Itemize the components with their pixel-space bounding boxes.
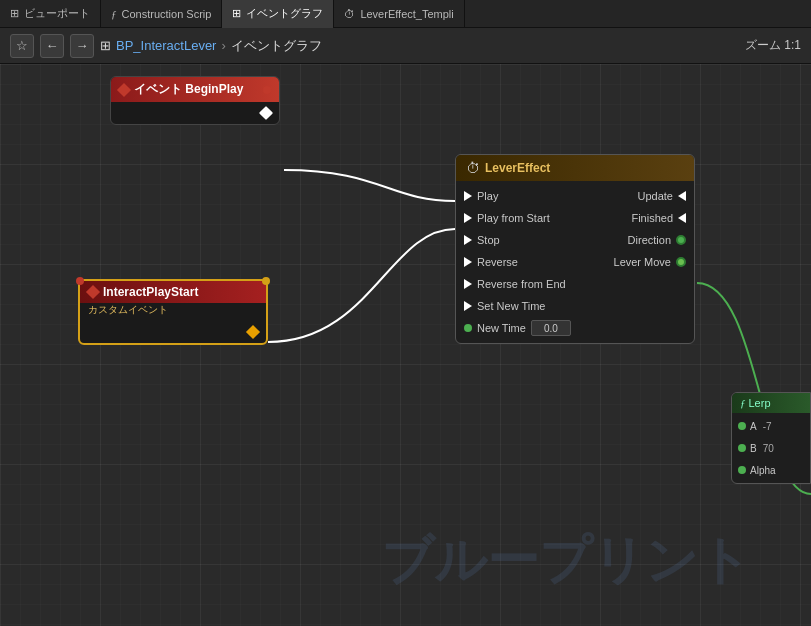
tab-eventgraph[interactable]: ⊞ イベントグラフ — [222, 0, 334, 28]
watermark: ブループリント — [381, 526, 751, 596]
title-bar: ⊞ ビューポート ƒ Construction Scrip ⊞ イベントグラフ … — [0, 0, 811, 28]
reverse-pin-left: Reverse — [464, 256, 518, 268]
interact-body — [80, 321, 266, 343]
newtime-pin — [464, 324, 472, 332]
output-pin-diamond — [246, 325, 260, 339]
row-newtime: New Time 0.0 — [456, 317, 694, 339]
lerp-b-pin — [738, 444, 746, 452]
reversefromend-arrow-in — [464, 279, 472, 289]
viewport-icon: ⊞ — [10, 7, 19, 20]
func-icon: ƒ — [740, 397, 746, 409]
blueprint-icon: ⊞ — [100, 38, 111, 53]
breadcrumb: ⊞ BP_InteractLever › イベントグラフ — [100, 37, 322, 55]
lerp-row-a: A -7 — [732, 415, 810, 437]
play-arrow-in — [464, 191, 472, 201]
setnewtime-pin-left: Set New Time — [464, 300, 545, 312]
forward-button[interactable]: → — [70, 34, 94, 58]
tab-construction[interactable]: ƒ Construction Scrip — [101, 0, 222, 28]
levereffect-header: ⏱ LeverEffect — [456, 155, 694, 181]
node-interact: InteractPlayStart カスタムイベント — [78, 279, 268, 345]
beginplay-body — [111, 102, 279, 124]
tab-levereffect[interactable]: ⏱ LeverEffect_Templi — [334, 0, 464, 28]
lerp-rows: A -7 B 70 Alpha — [732, 413, 810, 483]
row-playfromstart: Play from Start Finished — [456, 207, 694, 229]
node-levereffect[interactable]: ⏱ LeverEffect Play Update Play from Star… — [455, 154, 695, 344]
stop-arrow-in — [464, 235, 472, 245]
row-reversefromend: Reverse from End — [456, 273, 694, 295]
clock-icon: ⏱ — [466, 160, 480, 176]
play-pin-right: Update — [638, 190, 686, 202]
lerp-alpha-pin — [738, 466, 746, 474]
direction-pin — [676, 235, 686, 245]
tab-viewport[interactable]: ⊞ ビューポート — [0, 0, 101, 28]
levereffect-rows: Play Update Play from Start Finished — [456, 181, 694, 343]
canvas: イベント BeginPlay InteractPlayStart カスタムイベン… — [0, 64, 811, 626]
reversefromend-pin-left: Reverse from End — [464, 278, 566, 290]
reverse-arrow-in — [464, 257, 472, 267]
interact-icon — [86, 285, 100, 299]
beginplay-header: イベント BeginPlay — [111, 77, 279, 102]
event-icon — [117, 82, 131, 96]
newtime-input[interactable]: 0.0 — [531, 320, 571, 336]
setnewtime-arrow-in — [464, 301, 472, 311]
playfromstart-pin-left: Play from Start — [464, 212, 550, 224]
eventgraph-icon: ⊞ — [232, 7, 241, 20]
back-button[interactable]: ← — [40, 34, 64, 58]
lerp-a-pin — [738, 422, 746, 430]
interact-subtitle: カスタムイベント — [80, 303, 266, 321]
interact-header: InteractPlayStart — [80, 281, 266, 303]
close-dot — [263, 86, 271, 94]
stop-pin-right: Direction — [628, 234, 686, 246]
playfromstart-arrow-in — [464, 213, 472, 223]
stop-pin-left: Stop — [464, 234, 500, 246]
node-beginplay: イベント BeginPlay — [110, 76, 280, 125]
node-lerp: ƒ Lerp A -7 B 70 Alpha — [731, 392, 811, 484]
levermove-pin — [676, 257, 686, 267]
levereffect-icon: ⏱ — [344, 8, 355, 20]
row-stop: Stop Direction — [456, 229, 694, 251]
lerp-header: ƒ Lerp — [732, 393, 810, 413]
update-arrow-out — [678, 191, 686, 201]
output-pin — [259, 106, 273, 120]
row-play: Play Update — [456, 185, 694, 207]
corner-tr — [262, 277, 270, 285]
zoom-label: ズーム 1:1 — [745, 37, 801, 54]
lerp-row-alpha: Alpha — [732, 459, 810, 481]
row-setnewtime: Set New Time — [456, 295, 694, 317]
row-reverse: Reverse Lever Move — [456, 251, 694, 273]
playfromstart-pin-right: Finished — [631, 212, 686, 224]
star-button[interactable]: ☆ — [10, 34, 34, 58]
lerp-row-b: B 70 — [732, 437, 810, 459]
reverse-pin-right: Lever Move — [614, 256, 686, 268]
breadcrumb-bar: ☆ ← → ⊞ BP_InteractLever › イベントグラフ ズーム 1… — [0, 28, 811, 64]
corner-tl — [76, 277, 84, 285]
finished-arrow-out — [678, 213, 686, 223]
construction-icon: ƒ — [111, 8, 117, 20]
play-pin-left: Play — [464, 190, 498, 202]
